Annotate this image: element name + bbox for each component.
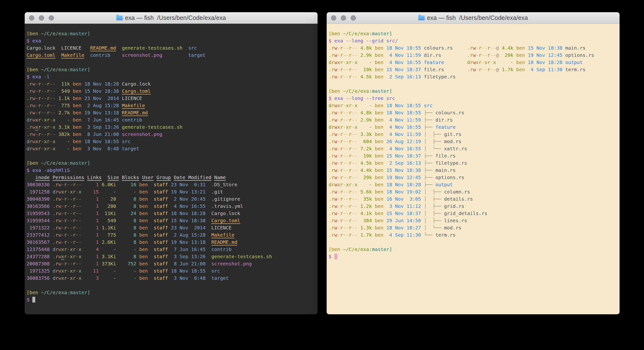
- terminal-line: 23377412 .rw-r--r-- 1 775 8 ben staff 2 …: [26, 231, 316, 238]
- terminal-line: inode Permissions Links Size Blocks User…: [26, 174, 316, 181]
- terminal-line: [ben ~/C/e/exa:master]: [26, 66, 316, 73]
- terminal-line: [ben ~/C/e/exa:master]: [26, 289, 316, 296]
- terminal-line: .rw-r--r-- 1.1k ben 23 Nov 2014 LICENCE: [26, 95, 316, 102]
- terminal-line: .rw-r--r-- 7.2k ben 4 Nov 16:55 │ └── xa…: [328, 145, 618, 152]
- terminal-line: 1971322 .rw-r--r-- 1 1.1Ki 8 ben staff 2…: [26, 224, 316, 231]
- close-button[interactable]: [331, 15, 336, 20]
- terminal-line: [ben ~/C/e/exa:master]: [26, 160, 316, 166]
- terminal-line: [328, 80, 618, 88]
- terminal-content-right[interactable]: [ben ~/C/e/exa:master]$ exa --long --gri…: [327, 24, 620, 314]
- minimize-button[interactable]: [341, 15, 346, 20]
- cursor-block: [32, 297, 35, 302]
- terminal-line: [26, 59, 316, 66]
- folder-icon: [418, 16, 425, 20]
- terminal-line: .rw-r--r-- 4.1k ben 15 Nov 18:37 │ ├── g…: [328, 210, 618, 217]
- cursor-block: [334, 254, 337, 260]
- terminal-line: 31959544 .rw-r--r-- 1 549 8 ben staff 15…: [26, 217, 316, 224]
- terminal-line: $ exa: [26, 37, 316, 44]
- terminal-line: Cargo.lock LICENCE README.md generate-te…: [26, 44, 316, 52]
- window-title: exa — fish /Users/ben/Code/exa/exa: [125, 14, 226, 21]
- terminal-line: .rw-r--r-- 4.4k ben 15 Nov 18:38 ├── mai…: [328, 166, 618, 174]
- terminal-line: $ exa -abghHliS: [26, 166, 316, 174]
- window-controls: [331, 12, 356, 24]
- terminal-line: .rw-r--r-- 549 ben 15 Nov 18:38 Cargo.to…: [26, 88, 316, 95]
- terminal-line: drwxr-xr-x - ben 18 Nov 18:55 src: [26, 138, 316, 145]
- minimize-button[interactable]: [39, 15, 44, 20]
- terminal-line: .rw-r--r-- 1.7k ben 4 Sep 11:30 └── term…: [328, 231, 618, 238]
- terminal-line: .rw-r--r-- 29k ben 19 Nov 12:45 ├── opti…: [328, 174, 618, 181]
- window-title: exa — fish /Users/ben/Code/exa/exa: [427, 14, 528, 21]
- terminal-line: drwxr-xr-x - ben 4 Nov 16:55 ├── feature: [328, 124, 618, 131]
- terminal-line: .rw-r--r-- 19k ben 15 Nov 18:37 ├── file…: [328, 152, 618, 160]
- desktop: { "chrome": { "titlebar_top": "#ececec",…: [0, 0, 644, 350]
- terminal-line: [26, 282, 316, 289]
- titlebar-left[interactable]: exa — fish /Users/ben/Code/exa/exa: [25, 12, 318, 24]
- terminal-line: .rw-r--r-- 4.5k ben 2 Sep 16:13 ├── file…: [328, 160, 618, 166]
- terminal-line: $ exa -l: [26, 73, 316, 80]
- terminal-line: [ben ~/C/e/exa:master]: [328, 88, 618, 95]
- folder-icon: [116, 16, 123, 20]
- terminal-line: .rw-r--r-- 2.9k ben 4 Nov 11:59 ├── dir.…: [328, 116, 618, 124]
- terminal-line: .rw-r--r-- 604 ben 26 Aug 12:19 │ ├── mo…: [328, 138, 618, 145]
- close-button[interactable]: [29, 15, 34, 20]
- zoom-button[interactable]: [351, 15, 356, 20]
- terminal-line: 30030336 .rw-r--r-- 1 6.0Ki 16 ben staff…: [26, 181, 316, 188]
- terminal-line: .rw-r--r-- 1.2k ben 3 Nov 11:12 │ ├── gr…: [328, 202, 618, 210]
- terminal-line: [ben ~/C/e/exa:master]: [328, 30, 618, 37]
- terminal-window-right: exa — fish /Users/ben/Code/exa/exa [ben …: [327, 12, 620, 314]
- terminal-line: [328, 238, 618, 246]
- terminal-line: 1971325 drwxr-xr-x 11 - - ben staff 18 N…: [26, 267, 316, 274]
- terminal-line: .rw-r--r-- 35k ben 16 Nov 3:05 │ ├── det…: [328, 196, 618, 202]
- terminal-line: drwxr-xr-x - ben 18 Nov 18:55 src: [328, 102, 618, 109]
- terminal-line: drwxr-xr-x - ben 7 Jun 16:45 contrib: [26, 116, 316, 124]
- terminal-line: $: [328, 253, 618, 260]
- terminal-line: [ben ~/C/e/exa:master]: [26, 30, 316, 37]
- terminal-content-left[interactable]: [ben ~/C/e/exa:master]$ exaCargo.lock LI…: [25, 24, 318, 314]
- window-controls: [29, 12, 54, 24]
- terminal-window-left: exa — fish /Users/ben/Code/exa/exa [ben …: [25, 12, 318, 314]
- terminal-line: .rw-r--r-- 1.3k ben 18 Nov 18:27 │ └── m…: [328, 224, 618, 231]
- terminal-line: 12375448 drwxr-xr-x 4 - - ben staff 7 Ju…: [26, 246, 316, 253]
- terminal-line: $ exa --long --tree src: [328, 95, 618, 102]
- terminal-line: 1971258 drwxr-xr-x 15 - - ben staff 19 N…: [26, 188, 316, 196]
- terminal-line: 20087308 .rw-r--r-- 1 373Ki 752 ben staf…: [26, 260, 316, 267]
- terminal-line: 30083756 drwxr-xr-x 3 - - ben staff 3 No…: [26, 274, 316, 282]
- terminal-line: .rw-r--r-- 2.7k ben 19 Nov 13:18 README.…: [26, 109, 316, 116]
- terminal-line: .rw-r--r-- 775 ben 2 Aug 15:28 Makefile: [26, 102, 316, 109]
- terminal-line: 31959543 .rw-r--r-- 1 11Ki 24 ben staff …: [26, 210, 316, 217]
- terminal-line: 30048390 .rw-r--r-- 1 20 8 ben staff 2 N…: [26, 196, 316, 202]
- terminal-line: $: [26, 296, 316, 303]
- terminal-line: drwxr-xr-x - ben 3 Nov 0:48 target: [26, 145, 316, 152]
- zoom-button[interactable]: [49, 15, 54, 20]
- terminal-line: drwxr-xr-x - ben 4 Nov 16:55 feature drw…: [328, 59, 618, 66]
- terminal-line: $ exa --long --grid src/: [328, 37, 618, 44]
- titlebar-right[interactable]: exa — fish /Users/ben/Code/exa/exa: [327, 12, 620, 24]
- terminal-line: [26, 152, 316, 160]
- terminal-line: .rw-r--r-- 4.5k ben 2 Sep 16:13 filetype…: [328, 73, 618, 80]
- terminal-line: 24377288 .rwxr-xr-x 1 3.1Ki 8 ben staff …: [26, 253, 316, 260]
- terminal-line: .rw-r--r-- 2.9k ben 4 Nov 11:59 dir.rs .…: [328, 52, 618, 59]
- terminal-line: .rw-r--r-- 4.8k ben 18 Nov 18:55 colours…: [328, 44, 618, 52]
- terminal-line: .rw-r--r-- 5.6k ben 18 Nov 19:02 │ ├── c…: [328, 188, 618, 196]
- terminal-line: 30163566 .rw-r--r-- 1 200 8 ben staff 4 …: [26, 202, 316, 210]
- terminal-line: .rw-r--r-- 11k ben 18 Nov 18:28 Cargo.lo…: [26, 80, 316, 88]
- terminal-line: .rw-r--r-- 19k ben 15 Nov 18:37 file.rs …: [328, 66, 618, 73]
- terminal-line: Cargo.toml Makefile contrib screenshot.p…: [26, 52, 316, 59]
- title-area: exa — fish /Users/ben/Code/exa/exa: [418, 14, 528, 21]
- terminal-line: .rwxr-xr-x 3.1k ben 3 Sep 13:26 generate…: [26, 124, 316, 131]
- terminal-line: 30163567 .rw-r--r-- 1 2.6Ki 8 ben staff …: [26, 238, 316, 246]
- terminal-line: [ben ~/C/e/exa:master]: [328, 246, 618, 253]
- terminal-line: .rw-r--r-- 3.3k ben 4 Nov 11:59 │ ├── gi…: [328, 131, 618, 138]
- terminal-line: .rw-r--r-- 384 ben 29 Jun 14:50 │ ├── li…: [328, 217, 618, 224]
- terminal-line: drwxr-xr-x - ben 18 Nov 18:28 ├── output: [328, 181, 618, 188]
- terminal-line: .rw-r--r-- 382k ben 8 Jun 21:00 screensh…: [26, 131, 316, 138]
- title-area: exa — fish /Users/ben/Code/exa/exa: [116, 14, 226, 21]
- terminal-line: .rw-r--r-- 4.8k ben 18 Nov 18:55 ├── col…: [328, 109, 618, 116]
